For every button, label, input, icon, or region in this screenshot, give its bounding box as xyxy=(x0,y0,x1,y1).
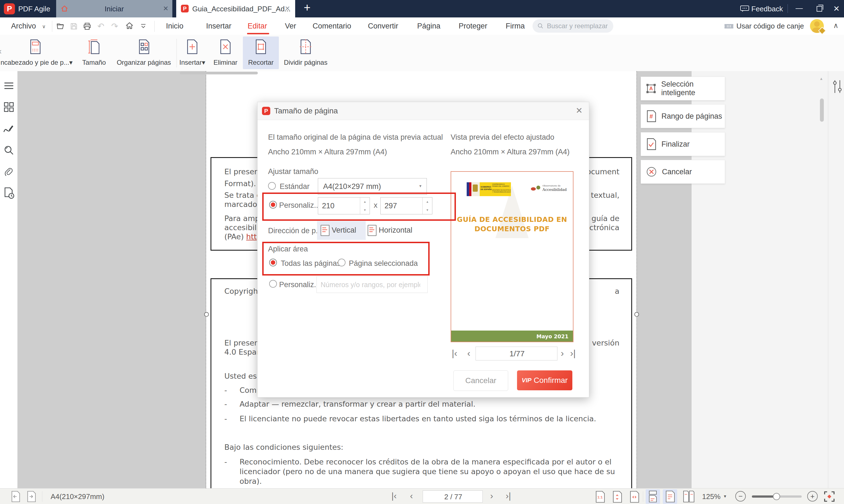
open-file-icon[interactable] xyxy=(56,22,65,31)
vertical-option[interactable]: Vertical xyxy=(317,221,366,240)
previous-view-icon[interactable] xyxy=(11,491,20,502)
first-page-icon[interactable]: |‹ xyxy=(452,348,457,359)
outline-icon[interactable] xyxy=(4,82,14,90)
menu-proteger[interactable]: Proteger xyxy=(459,22,487,31)
two-page-view-icon[interactable] xyxy=(683,490,695,503)
crop-handle-left[interactable] xyxy=(204,312,209,317)
confirm-button[interactable]: VIP Confirmar xyxy=(517,371,572,390)
finish-check-icon xyxy=(646,138,657,150)
menu-firma[interactable]: Firma xyxy=(506,22,525,31)
organize-pages-icon[interactable] xyxy=(138,39,150,54)
next-page-icon[interactable]: › xyxy=(561,348,564,359)
zoom-slider-handle[interactable] xyxy=(773,493,780,500)
feedback-button[interactable]: Feedback xyxy=(751,5,783,13)
fit-width-icon[interactable] xyxy=(629,491,640,503)
smart-selection-button[interactable]: A Selección inteligente xyxy=(641,77,725,101)
home-icon[interactable] xyxy=(125,22,134,31)
toolbar-item-eliminar[interactable]: Eliminar xyxy=(209,59,242,66)
collapse-panel-icon[interactable]: ‹ xyxy=(0,47,2,56)
cancel-crop-button[interactable]: Cancelar xyxy=(641,160,725,184)
menu-comentario[interactable]: Comentario xyxy=(312,22,351,31)
continuous-scroll-view-icon[interactable] xyxy=(648,490,658,503)
close-window-button[interactable]: ✕ xyxy=(833,4,840,13)
zoom-in-button[interactable]: + xyxy=(807,491,818,502)
search-box[interactable] xyxy=(533,19,613,33)
toolbar-item-organizar[interactable]: Organizar páginas xyxy=(116,59,172,66)
zoom-caret-icon[interactable]: ▼ xyxy=(723,494,727,499)
redeem-code-button[interactable]: Usar código de canje xyxy=(736,22,804,31)
zoom-level[interactable]: 125% xyxy=(702,492,721,501)
toolbar-item-dividir[interactable]: Dividir páginas xyxy=(280,59,332,66)
menu-convertir[interactable]: Convertir xyxy=(368,22,398,31)
print-icon[interactable] xyxy=(83,22,91,31)
save-icon[interactable] xyxy=(70,22,78,31)
preview-page-input[interactable] xyxy=(476,347,558,361)
scroll-up-icon[interactable]: ▲ xyxy=(820,76,823,81)
menu-inicio[interactable]: Inicio xyxy=(166,22,183,31)
crop-page-icon[interactable] xyxy=(254,39,267,54)
divider xyxy=(52,21,52,32)
dialog-header[interactable]: P Tamaño de página ✕ xyxy=(257,102,589,120)
undo-icon[interactable]: ↶ xyxy=(97,21,104,31)
page-range-button[interactable]: # Rango de páginas xyxy=(641,104,725,128)
toolbar-item-insertar[interactable]: Insertar▾ xyxy=(177,59,208,66)
menu-pagina[interactable]: Página xyxy=(417,22,441,31)
zoom-out-button[interactable]: − xyxy=(735,491,746,502)
header-footer-icon[interactable] xyxy=(29,39,42,54)
thumbnails-icon[interactable] xyxy=(4,102,14,112)
custom-range-radio[interactable] xyxy=(269,280,277,288)
select-value: A4(210×297 mm) xyxy=(323,182,381,191)
prev-page-icon[interactable]: ‹ xyxy=(467,348,470,359)
fit-height-icon[interactable] xyxy=(612,491,623,503)
page-size-icon[interactable] xyxy=(88,39,101,54)
menu-ver[interactable]: Ver xyxy=(285,22,296,31)
new-tab-button[interactable]: + xyxy=(304,1,311,14)
menu-editar[interactable]: Editar xyxy=(248,22,267,31)
delete-page-icon[interactable] xyxy=(219,39,232,54)
next-page-icon[interactable]: › xyxy=(490,491,493,501)
split-pages-icon[interactable] xyxy=(299,39,312,54)
finish-button[interactable]: Finalizar xyxy=(641,132,725,156)
recent-pages-icon[interactable] xyxy=(4,187,14,199)
menu-archivo[interactable]: Archivo xyxy=(11,22,36,31)
crop-handle-right[interactable] xyxy=(634,312,639,317)
vertical-scrollbar[interactable] xyxy=(820,98,824,122)
toolbar-item-recortar[interactable]: Recortar xyxy=(244,59,278,66)
signature-icon[interactable] xyxy=(3,124,14,134)
insert-page-icon[interactable] xyxy=(186,39,199,54)
prev-page-icon[interactable]: ‹ xyxy=(410,491,413,501)
zoom-slider-track-left[interactable] xyxy=(752,496,776,498)
tab-iniciar[interactable]: Iniciar ✕ xyxy=(56,0,172,17)
single-page-view-icon[interactable] xyxy=(665,490,675,503)
fullscreen-icon[interactable] xyxy=(824,491,835,502)
redo-icon[interactable]: ↷ xyxy=(111,21,118,31)
attachments-icon[interactable] xyxy=(4,166,14,178)
standard-size-select[interactable]: A4(210×297 mm) ▼ xyxy=(318,178,427,195)
next-view-icon[interactable] xyxy=(26,491,36,502)
standard-radio[interactable] xyxy=(268,182,276,190)
toolbar-item-header-footer[interactable]: ncabezado y pie de p...▾ xyxy=(1,59,70,66)
menu-insertar[interactable]: Insertar xyxy=(206,22,232,31)
collapse-ribbon-icon[interactable]: ∧ xyxy=(833,21,839,30)
properties-sliders-icon[interactable] xyxy=(831,80,843,93)
cancel-button[interactable]: Cancelar xyxy=(453,371,508,391)
tab-close-icon[interactable]: ✕ xyxy=(163,5,168,13)
minimize-button[interactable]: — xyxy=(795,4,803,13)
restore-button[interactable] xyxy=(816,6,822,12)
last-page-icon[interactable]: ›| xyxy=(506,491,511,501)
tab-close-icon[interactable]: ✕ xyxy=(285,5,290,13)
actual-size-icon[interactable]: 1:1 xyxy=(595,491,605,503)
horizontal-scrollbar[interactable] xyxy=(180,72,258,74)
page-number-input[interactable] xyxy=(423,491,484,503)
first-page-icon[interactable]: |‹ xyxy=(391,491,397,501)
tab-document[interactable]: P Guia_Accesibilidad_PDF_Ad... ✕ xyxy=(176,0,295,17)
search-input[interactable] xyxy=(546,22,608,30)
custom-range-input[interactable] xyxy=(317,276,424,293)
last-page-icon[interactable]: ›| xyxy=(570,348,576,359)
horizontal-option[interactable]: Horizontal xyxy=(367,221,420,240)
search-pages-icon[interactable] xyxy=(4,145,14,155)
dialog-close-icon[interactable]: ✕ xyxy=(576,106,582,115)
customize-toolbar-icon[interactable] xyxy=(140,23,147,29)
divider xyxy=(42,491,42,502)
toolbar-item-tamano[interactable]: Tamaño xyxy=(77,59,111,66)
